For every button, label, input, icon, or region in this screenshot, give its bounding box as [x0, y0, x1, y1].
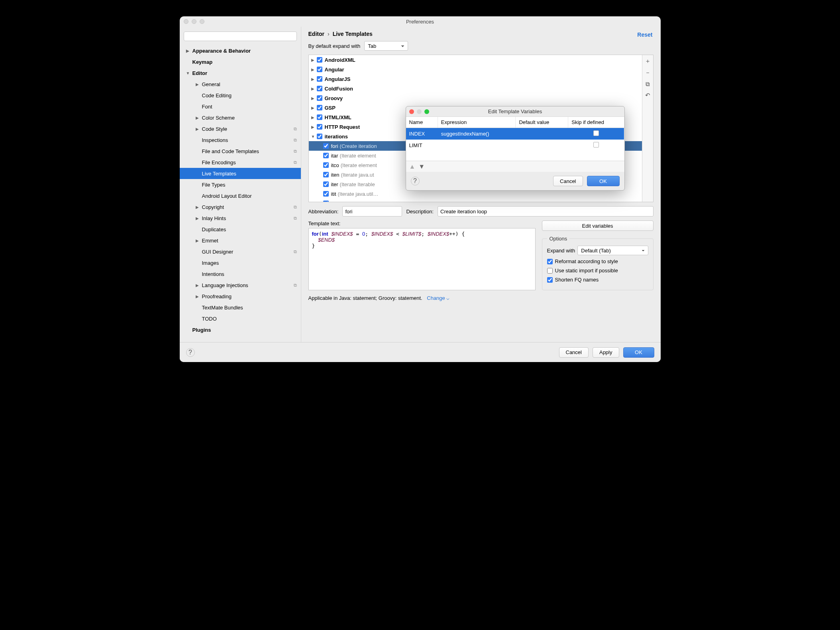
template-group[interactable]: ▶Groovy — [309, 93, 642, 103]
sidebar-item[interactable]: File Encodings⧉ — [180, 157, 301, 168]
sidebar-item[interactable]: GUI Designer⧉ — [180, 246, 301, 257]
titlebar: Preferences — [180, 16, 661, 27]
expand-with-select[interactable]: Tab — [364, 41, 408, 51]
sidebar-item[interactable]: ▶Copyright⧉ — [180, 201, 301, 213]
sidebar-item[interactable]: ▶Emmet — [180, 235, 301, 246]
move-up-icon[interactable]: ▲ — [409, 163, 416, 170]
search-input[interactable] — [184, 32, 297, 41]
window-title: Preferences — [406, 19, 434, 25]
change-context-link[interactable]: Change ⌵ — [427, 295, 449, 301]
description-input[interactable] — [438, 206, 653, 217]
sidebar-item[interactable]: Live Templates — [180, 168, 301, 179]
sidebar-item[interactable]: Font — [180, 101, 301, 112]
dialog-title: Edit Template Variables — [488, 108, 542, 114]
settings-tree[interactable]: ▶Appearance & BehaviorKeymap▼Editor▶Gene… — [180, 43, 301, 342]
move-down-icon[interactable]: ▼ — [418, 163, 425, 170]
sidebar-item[interactable]: ▶Proofreading — [180, 291, 301, 302]
close-icon[interactable] — [409, 109, 414, 114]
close-icon[interactable] — [184, 19, 188, 24]
list-toolbar: ＋ － ⧉ ↶ — [642, 55, 653, 202]
help-icon[interactable]: ? — [186, 348, 195, 357]
sidebar-item[interactable]: ▶Appearance & Behavior — [180, 45, 301, 56]
sidebar-item[interactable]: Keymap — [180, 56, 301, 67]
sidebar-item[interactable]: ▶Inlay Hints⧉ — [180, 213, 301, 224]
expand-with-label: By default expand with — [308, 43, 361, 49]
sidebar-item[interactable]: File Types — [180, 179, 301, 190]
expand-with-opt-select[interactable]: Default (Tab) — [577, 246, 648, 255]
undo-icon[interactable]: ↶ — [645, 92, 650, 99]
copy-icon[interactable]: ⧉ — [646, 81, 650, 88]
zoom-icon[interactable] — [424, 109, 429, 114]
template-group[interactable]: ▶AngularJS — [309, 74, 642, 84]
dialog-ok-button[interactable]: OK — [587, 176, 620, 186]
add-icon[interactable]: ＋ — [645, 57, 651, 65]
sidebar-item[interactable]: Inspections⧉ — [180, 134, 301, 146]
template-group[interactable]: ▶AndroidXML — [309, 55, 642, 65]
minimize-icon — [417, 109, 422, 114]
static-import-checkbox[interactable] — [547, 268, 553, 274]
sidebar-item[interactable]: ▶Code Style⧉ — [180, 123, 301, 134]
sidebar-item[interactable]: Images — [180, 257, 301, 268]
template-text-label: Template text: — [308, 220, 536, 226]
options-legend: Options — [547, 236, 570, 242]
template-text-editor[interactable]: for(int $INDEX$ = 0; $INDEX$ < $LIMIT$; … — [308, 228, 536, 290]
edit-variables-button[interactable]: Edit variables — [542, 220, 654, 231]
template-item[interactable]: itli(Iterate elements of java.util.List) — [309, 199, 642, 202]
sidebar-item[interactable]: TextMate Bundles — [180, 302, 301, 313]
sidebar-item[interactable]: TODO — [180, 313, 301, 324]
dialog-footer: ? Cancel Apply OK — [180, 342, 661, 362]
zoom-icon[interactable] — [200, 19, 204, 24]
sidebar: 🔍 ▶Appearance & BehaviorKeymap▼Editor▶Ge… — [180, 27, 301, 342]
sidebar-item[interactable]: ▶Language Injections⧉ — [180, 280, 301, 291]
reformat-checkbox[interactable] — [547, 259, 553, 264]
dialog-cancel-button[interactable]: Cancel — [553, 176, 583, 186]
apply-button[interactable]: Apply — [593, 347, 619, 358]
variable-row[interactable]: LIMIT — [406, 140, 624, 151]
options-fieldset: Options Expand with Default (Tab) Reform… — [542, 236, 654, 290]
sidebar-item[interactable]: Plugins — [180, 324, 301, 335]
sidebar-item[interactable]: ▶Color Scheme — [180, 112, 301, 123]
template-group[interactable]: ▶Angular — [309, 65, 642, 74]
abbreviation-input[interactable] — [342, 206, 402, 217]
sidebar-item[interactable]: Android Layout Editor — [180, 190, 301, 201]
sidebar-item[interactable]: ▼Editor — [180, 67, 301, 79]
sidebar-item[interactable]: Duplicates — [180, 224, 301, 235]
breadcrumb: Editor › Live Templates — [308, 31, 654, 37]
shorten-fq-checkbox[interactable] — [547, 277, 553, 283]
reset-link[interactable]: Reset — [637, 32, 652, 38]
abbreviation-label: Abbreviation: — [308, 209, 339, 215]
help-icon[interactable]: ? — [411, 177, 420, 185]
ok-button[interactable]: OK — [623, 347, 654, 358]
variable-row[interactable]: INDEXsuggestIndexName() — [406, 128, 624, 140]
edit-variables-dialog: Edit Template Variables NameExpressionDe… — [406, 106, 625, 191]
cancel-button[interactable]: Cancel — [559, 347, 589, 358]
remove-icon[interactable]: － — [645, 69, 651, 77]
variables-table[interactable]: NameExpressionDefault valueSkip if defin… — [406, 117, 624, 161]
sidebar-item[interactable]: Code Editing — [180, 90, 301, 101]
applicable-text: Applicable in Java: statement; Groovy: s… — [308, 295, 654, 301]
expand-with-opt-label: Expand with — [547, 248, 575, 254]
description-label: Description: — [406, 209, 434, 215]
sidebar-item[interactable]: Intentions — [180, 268, 301, 280]
sidebar-item[interactable]: File and Code Templates⧉ — [180, 146, 301, 157]
minimize-icon[interactable] — [192, 19, 196, 24]
preferences-window: Preferences 🔍 ▶Appearance & BehaviorKeym… — [180, 16, 661, 362]
sidebar-item[interactable]: ▶General — [180, 79, 301, 90]
template-group[interactable]: ▶ColdFusion — [309, 84, 642, 93]
